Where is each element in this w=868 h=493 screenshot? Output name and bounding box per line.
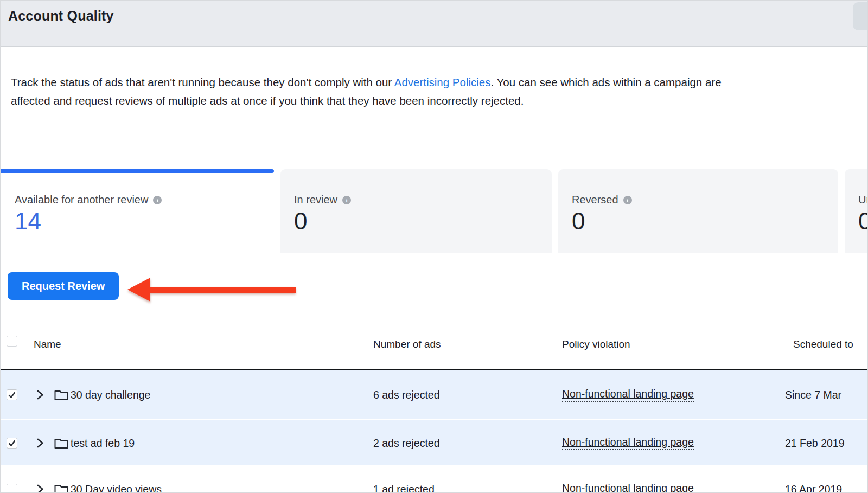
tab-available-for-another-review[interactable]: Available for another review i 14 — [1, 169, 274, 253]
intro-text-after-link: . You can see which ads within a campaig… — [491, 76, 722, 88]
status-tabs: Available for another review i 14 In rev… — [1, 169, 868, 253]
advertising-policies-link[interactable]: Advertising Policies — [394, 76, 491, 88]
folder-icon — [54, 483, 68, 493]
column-header-name: Name — [34, 338, 61, 350]
page-header: Account Quality — [1, 1, 867, 47]
request-review-button[interactable]: Request Review — [8, 272, 119, 300]
tab-count: 0 — [858, 208, 868, 235]
select-all-checkbox[interactable] — [7, 336, 17, 347]
intro-text-before-link: Track the status of ads that aren't runn… — [11, 76, 394, 88]
intro-paragraph: Track the status of ads that aren't runn… — [11, 73, 846, 110]
info-icon[interactable]: i — [623, 196, 632, 204]
scheduled-date: Since 7 Mar — [785, 389, 841, 401]
intro-text-line2: affected and request reviews of multiple… — [11, 94, 524, 107]
scheduled-date: 16 Apr 2019 — [785, 483, 842, 493]
tab-label: Ur — [858, 194, 868, 206]
campaign-name[interactable]: 30 Day video views — [71, 483, 162, 493]
tab-reversed[interactable]: Reversed i 0 — [558, 169, 838, 253]
tab-count: 14 — [15, 208, 274, 235]
table-row[interactable]: 30 day challenge 6 ads rejected Non-func… — [1, 370, 867, 419]
ads-rejected-count: 1 ad rejected — [373, 483, 435, 493]
page-title: Account Quality — [8, 8, 114, 24]
table-header-row: Name Number of ads Policy violation Sche… — [1, 324, 867, 369]
info-icon[interactable]: i — [342, 196, 351, 204]
expand-chevron-icon[interactable] — [37, 390, 44, 400]
row-checkbox[interactable] — [7, 389, 17, 400]
folder-icon — [54, 437, 68, 449]
expand-chevron-icon[interactable] — [37, 438, 44, 448]
policy-violation-link[interactable]: Non-functional landing page — [562, 482, 694, 493]
tab-label: In review — [294, 194, 337, 206]
tab-label: Available for another review — [15, 194, 148, 206]
tab-count: 0 — [572, 208, 838, 235]
expand-chevron-icon[interactable] — [37, 484, 44, 493]
campaign-name[interactable]: 30 day challenge — [71, 389, 150, 401]
campaign-name[interactable]: test ad feb 19 — [71, 437, 135, 449]
row-checkbox[interactable] — [7, 484, 17, 493]
active-tab-indicator — [1, 169, 274, 173]
ads-rejected-count: 2 ads rejected — [373, 437, 440, 449]
column-header-scheduled-to: Scheduled to — [793, 338, 853, 350]
folder-icon — [54, 389, 68, 401]
header-action-button[interactable] — [853, 2, 868, 30]
row-checkbox[interactable] — [7, 438, 17, 449]
column-header-policy-violation: Policy violation — [562, 338, 630, 350]
table-row[interactable]: test ad feb 19 2 ads rejected Non-functi… — [1, 420, 867, 465]
info-icon[interactable]: i — [153, 196, 162, 204]
account-quality-page: Account Quality Track the status of ads … — [0, 0, 868, 493]
tab-clipped[interactable]: Ur 0 — [845, 169, 868, 253]
tab-label: Reversed — [572, 194, 618, 206]
column-header-number-of-ads: Number of ads — [373, 338, 441, 350]
scheduled-date: 21 Feb 2019 — [785, 437, 845, 449]
policy-violation-link[interactable]: Non-functional landing page — [562, 388, 694, 402]
tab-in-review[interactable]: In review i 0 — [280, 169, 552, 253]
red-arrow-annotation — [126, 274, 300, 305]
tab-count: 0 — [294, 208, 552, 235]
policy-violation-link[interactable]: Non-functional landing page — [562, 436, 694, 450]
checkmark-icon — [8, 392, 16, 398]
checkmark-icon — [8, 440, 16, 446]
ads-rejected-count: 6 ads rejected — [373, 389, 440, 401]
table-row[interactable]: 30 Day video views 1 ad rejected Non-fun… — [1, 466, 867, 493]
